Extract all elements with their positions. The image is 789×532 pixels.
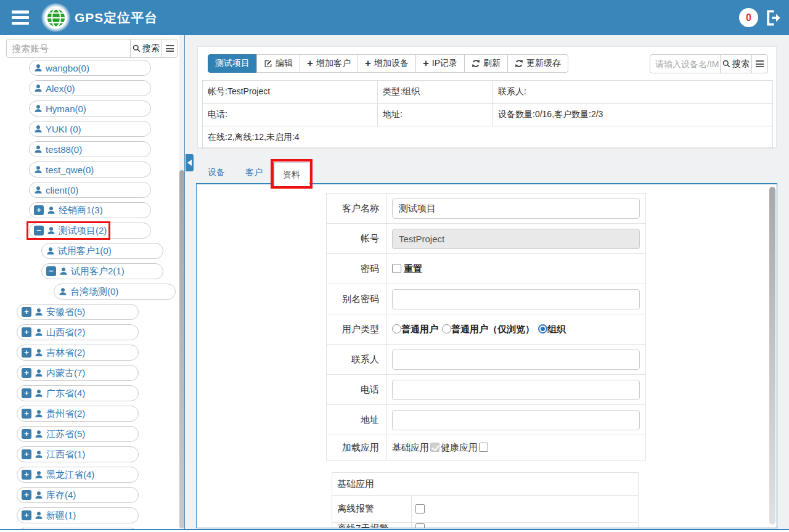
user-icon [35, 511, 43, 520]
toolbar-button-add-customer[interactable]: +增加客户 [300, 54, 358, 73]
form-value-cell [387, 405, 646, 435]
toolbar-button-update-cache[interactable]: 更新缓存 [507, 54, 568, 73]
tree-item[interactable]: +江苏省(5) [17, 426, 139, 442]
form-input-customer-name[interactable] [392, 198, 640, 219]
plus-icon: + [307, 59, 313, 68]
sidebar-scrollbar[interactable] [179, 170, 184, 528]
tree-item-label: 经销商1(3) [59, 205, 103, 216]
plus-toggle-icon[interactable]: + [22, 409, 31, 419]
menu-lines-icon [166, 45, 174, 52]
toolbar-button-ip-log[interactable]: +IP记录 [415, 54, 465, 73]
tree-item-label: YUKI (0) [46, 124, 81, 134]
tree-item[interactable]: +库存(4) [17, 487, 139, 503]
form-scrollbar[interactable] [769, 187, 775, 525]
tree-item[interactable]: −测试项目(2) [29, 223, 151, 239]
form-input-address[interactable] [392, 410, 640, 430]
tree-item[interactable]: wangbo(0) [29, 60, 151, 76]
plus-toggle-icon[interactable]: + [22, 368, 31, 378]
user-icon [34, 84, 43, 92]
tree-item-label: Hyman(0) [46, 104, 86, 114]
sidebar-collapse-handle[interactable] [186, 154, 194, 171]
tree-item[interactable]: +新疆(1) [17, 507, 139, 523]
tree-item[interactable]: client(0) [29, 182, 151, 198]
tree-item[interactable]: test88(0) [29, 141, 151, 157]
toolbar-button-current-customer[interactable]: 测试项目 [208, 54, 257, 73]
user-icon [35, 348, 43, 357]
tree-item[interactable]: +广东省(4) [17, 385, 139, 401]
tree-item[interactable]: Alex(0) [29, 80, 151, 96]
user-icon [34, 186, 43, 194]
plus-toggle-icon[interactable]: + [22, 307, 31, 317]
form-input-alias-password[interactable] [392, 289, 640, 309]
info-cell-type: 类型:组织 [378, 81, 493, 104]
radio-label: 普通用户 [401, 324, 438, 334]
plus-toggle-icon[interactable]: + [22, 327, 31, 337]
form-input-contact[interactable] [392, 350, 640, 370]
plus-toggle-icon[interactable]: + [22, 429, 31, 439]
info-cell-address: 地址: [378, 104, 493, 126]
plus-toggle-icon[interactable]: + [22, 388, 31, 398]
device-search-button[interactable]: 搜索 [720, 54, 752, 73]
tree-item-label: 山西省(2) [46, 327, 85, 338]
toolbar-button-label: 增加设备 [374, 58, 409, 69]
tree-item[interactable]: 试用客户1(0) [41, 243, 163, 259]
tree-item[interactable]: +贵州省(2) [17, 406, 139, 422]
section-checkbox[interactable] [415, 504, 425, 514]
plus-toggle-icon[interactable]: + [22, 510, 31, 520]
user-icon [35, 308, 43, 316]
toolbar-button-group: 测试项目编辑+增加客户+增加设备+IP记录刷新更新缓存 [208, 54, 568, 73]
plus-toggle-icon[interactable]: + [34, 205, 44, 215]
plus-toggle-icon[interactable]: + [22, 449, 31, 459]
checkbox-label: 重置 [404, 263, 422, 274]
user-icon [35, 470, 43, 479]
device-search-input[interactable] [650, 54, 721, 73]
info-cell-account: 帐号:TestProject [203, 81, 378, 104]
plus-toggle-icon[interactable]: + [22, 348, 31, 358]
tree-item[interactable]: −试用客户2(1) [41, 263, 163, 279]
toolbar-button-edit[interactable]: 编辑 [256, 54, 300, 73]
tree-item[interactable]: +江西省(1) [17, 446, 139, 462]
account-search-input[interactable] [6, 39, 131, 58]
plus-toggle-icon[interactable]: + [22, 490, 31, 500]
section-checkbox[interactable] [415, 523, 425, 528]
plus-toggle-icon[interactable]: + [22, 470, 31, 480]
tree-item[interactable]: YUKI (0) [29, 121, 151, 137]
device-search-menu-button[interactable] [751, 54, 768, 73]
tree-item[interactable]: +经销商1(3) [29, 202, 151, 218]
toolbar-button-refresh[interactable]: 刷新 [464, 54, 508, 73]
form-label: 联系人 [327, 345, 387, 375]
app-checkbox[interactable] [430, 443, 439, 452]
tree-item[interactable]: +吉林省(2) [17, 345, 139, 361]
tab-device[interactable]: 设备 [208, 167, 225, 178]
menu-hamburger-icon[interactable] [12, 10, 29, 25]
tree-item[interactable]: +安徽省(5) [17, 304, 139, 320]
tree-item[interactable]: +黑龙江省(4) [17, 467, 139, 483]
user-icon [35, 430, 43, 438]
form-input-account[interactable] [392, 229, 640, 249]
toolbar-button-label: 增加客户 [316, 58, 351, 69]
app-checkbox[interactable] [479, 443, 488, 452]
section-row-value [412, 523, 639, 529]
tree-item[interactable]: +内蒙古(7) [17, 365, 139, 381]
tab-customer[interactable]: 客户 [245, 167, 263, 178]
user-type-radio[interactable] [442, 324, 451, 334]
tree-item[interactable]: 台湾场测(0) [54, 284, 176, 300]
tree-item[interactable]: Hyman(0) [29, 100, 151, 117]
notification-badge[interactable]: 0 [739, 8, 758, 27]
toolbar-button-add-device[interactable]: +增加设备 [358, 54, 416, 73]
form-value-cell [387, 194, 646, 224]
tree-item-label: wangbo(0) [46, 63, 89, 73]
logout-icon[interactable] [764, 9, 783, 27]
account-search-button[interactable]: 搜索 [130, 39, 162, 58]
sidebar-menu-button[interactable] [161, 39, 178, 58]
minus-toggle-icon[interactable]: − [46, 266, 56, 276]
tree-item[interactable]: +山西省(2) [17, 324, 139, 340]
tree-item-label: Alex(0) [46, 83, 75, 94]
user-icon [35, 450, 43, 459]
form-input-phone[interactable] [392, 380, 640, 400]
user-type-radio[interactable] [392, 324, 401, 334]
user-type-radio[interactable] [538, 324, 547, 334]
user-icon [34, 145, 43, 153]
reset-password-checkbox[interactable] [392, 264, 401, 273]
tree-item[interactable]: test_qwe(0) [29, 162, 151, 178]
